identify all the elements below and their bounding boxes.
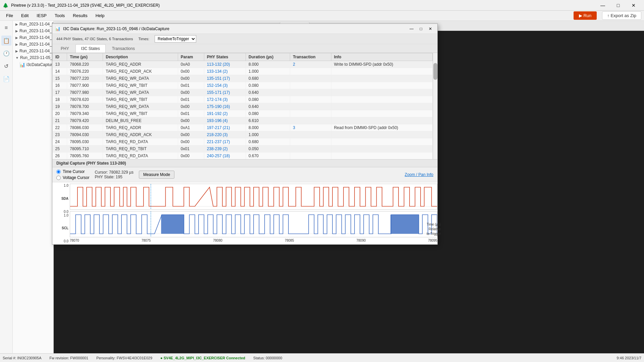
dialog-minimize-button[interactable]: — [407, 25, 416, 33]
left-panel: ≡ 📋 🕐 ↺ 📄 ▶ Run_2023-11-04_0859 ▶ Run_20… [0, 21, 54, 362]
nav-icon-3[interactable]: 🕐 [1, 48, 11, 58]
table-row[interactable]: 1478076.220TARG_REQ_ADDR_ACK0x00133-134 … [54, 68, 433, 75]
tree-item-run2[interactable]: ▶ Run_2023-11-04_0... [13, 27, 53, 34]
menu-edit[interactable]: Edit [18, 12, 32, 19]
link-phy_states[interactable]: 175-190 (16) [207, 104, 230, 109]
menu-file[interactable]: File [3, 12, 16, 19]
zoom-info-link[interactable]: Zoom / Pan Info [405, 172, 433, 177]
cell-info [331, 75, 432, 82]
cell-desc: TARG_REQ_RD_DATA [103, 153, 178, 160]
table-row[interactable]: 2578095.710TARG_REQ_RD_TBIT0x01238-239 (… [54, 145, 433, 153]
dialog-tab-i3c[interactable]: I3C States [75, 44, 106, 53]
cell-duration: 0.640 [246, 89, 290, 96]
link-phy_states[interactable]: 133-134 (2) [207, 69, 228, 74]
link-phy_states[interactable]: 193-196 (4) [207, 118, 228, 123]
dialog-titlebar-left: 📊 I3C Data Capture: Run_2023-11-05_0946 … [55, 26, 169, 31]
link-transaction[interactable]: 2 [293, 62, 295, 67]
cell-time: 78095.710 [67, 145, 103, 153]
menu-iesp[interactable]: IESP [33, 12, 50, 19]
nav-icon-5[interactable]: 📄 [1, 74, 11, 84]
dialog-maximize-button[interactable]: □ [417, 25, 425, 33]
table-row[interactable]: 1778077.980TARG_REQ_WR_DATA0x00155-171 (… [54, 89, 433, 96]
time-cursor-radio[interactable] [56, 170, 61, 174]
table-row[interactable]: 2478095.030TARG_REQ_RD_DATA0x00221-237 (… [54, 138, 433, 145]
table-row[interactable]: 1878078.620TARG_REQ_WR_TBIT0x01172-174 (… [54, 96, 433, 103]
window-title: Pinetree (v 23.3.0) - Test_2023-11-04_15… [11, 3, 160, 8]
tree-item-capture[interactable]: 📊 i3cDataCapture [13, 61, 53, 68]
cell-time: 78078.700 [67, 103, 103, 110]
cell-id: 15 [54, 75, 67, 82]
link-transaction[interactable]: 3 [293, 125, 295, 130]
tree-item-run5[interactable]: ▶ Run_2023-11-04_1... [13, 48, 53, 54]
table-row[interactable]: 2678095.760TARG_REQ_RD_DATA0x00240-257 (… [54, 153, 433, 160]
table-row[interactable]: 2278086.030TARG_REQ_ADDR0xA1197-217 (21)… [54, 124, 433, 131]
minimize-button[interactable]: — [595, 0, 610, 11]
cell-transaction [290, 82, 331, 89]
cell-id: 14 [54, 68, 67, 75]
nav-icon-4[interactable]: ↺ [1, 61, 11, 71]
dialog-close-button[interactable]: ✕ [426, 25, 435, 33]
table-row[interactable]: 1978078.700TARG_REQ_WR_DATA0x00175-190 (… [54, 103, 433, 110]
dialog-tabs: PHY I3C States Transactions [54, 44, 437, 53]
nav-icon-2[interactable]: 📋 [1, 36, 11, 46]
link-phy_states[interactable]: 191-192 (2) [207, 111, 228, 116]
link-phy_states[interactable]: 221-237 (17) [207, 139, 230, 144]
times-select[interactable]: RelativeToTrigger Absolute [155, 35, 196, 43]
link-phy_states[interactable]: 155-171 (17) [207, 90, 230, 95]
dialog-titlebar: 📊 I3C Data Capture: Run_2023-11-05_0946 … [54, 24, 437, 34]
link-phy_states[interactable]: 238-239 (2) [207, 146, 228, 151]
menu-results[interactable]: Results [69, 12, 91, 19]
close-button[interactable]: ✕ [626, 0, 641, 11]
link-phy_states[interactable]: 152-154 (3) [207, 83, 228, 88]
table-row[interactable]: 1378068.220TARG_REQ_ADDR0xA0113-132 (20)… [54, 61, 433, 68]
cell-param: 0x00 [178, 131, 204, 138]
table-row[interactable]: 2378094.030TARG_REQ_ADDR_ACK0x00218-220 … [54, 131, 433, 138]
tree-item-run1[interactable]: ▶ Run_2023-11-04_0859 [13, 21, 53, 27]
tree-item-run4[interactable]: ▶ Run_2023-11-04_1... [13, 41, 53, 48]
table-row[interactable]: 2178079.420DELIM_BUS_FREE0x00193-196 (4)… [54, 117, 433, 124]
measure-button[interactable]: Measure Mode [139, 171, 174, 179]
cell-param: 0x00 [178, 103, 204, 110]
cell-desc: TARG_REQ_ADDR [103, 61, 178, 68]
table-row[interactable]: 1678077.900TARG_REQ_WR_TBIT0x01152-154 (… [54, 82, 433, 89]
cell-time: 78094.030 [67, 131, 103, 138]
link-phy_states[interactable]: 172-174 (3) [207, 97, 228, 102]
menu-items: File Edit IESP Tools Results Help [3, 12, 108, 19]
link-phy_states[interactable]: 197-217 (21) [207, 125, 230, 130]
scrollbar-thumb[interactable] [433, 63, 437, 80]
export-button[interactable]: ↑ Export as Zip [602, 11, 641, 20]
scl-label-mid: SCL [62, 226, 68, 230]
voltage-cursor-label[interactable]: Voltage Cursor [56, 175, 89, 180]
waveform-area: 1.0 SDA 0.0 1.0 SCL 0.0 [54, 182, 437, 244]
tree-item-label: Run_2023-11-05_0... [20, 55, 53, 60]
tree-panel: ▶ Run_2023-11-04_0859 ▶ Run_2023-11-04_0… [13, 21, 53, 362]
menu-help[interactable]: Help [92, 12, 108, 19]
menu-tools[interactable]: Tools [51, 12, 68, 19]
cell-time: 78076.220 [67, 68, 103, 75]
voltage-cursor-radio[interactable] [56, 176, 61, 180]
link-phy_states[interactable]: 135-151 (17) [207, 76, 230, 81]
link-phy_states[interactable]: 240-257 (18) [207, 154, 230, 158]
link-phy_states[interactable]: 218-220 (3) [207, 132, 228, 137]
run-button[interactable]: ▶ Run [574, 11, 597, 20]
table-scroll[interactable]: ID Time (µs) Description Param PHY State… [54, 53, 433, 159]
maximize-button[interactable]: □ [610, 0, 626, 11]
cell-param: 0x00 [178, 117, 204, 124]
dialog-tab-transactions[interactable]: Transactions [106, 44, 141, 53]
table-row[interactable]: 2078079.340TARG_REQ_WR_TBIT0x01191-192 (… [54, 110, 433, 117]
dialog-tab-phy[interactable]: PHY [55, 44, 75, 53]
nav-icon-1[interactable]: ≡ [1, 23, 11, 33]
cell-desc: TARG_REQ_RD_DATA [103, 138, 178, 145]
table-row[interactable]: 1578077.220TARG_REQ_WR_DATA0x00135-151 (… [54, 75, 433, 82]
scl-labels: 1.0 SCL 0.0 [54, 214, 70, 243]
cell-desc: DELIM_BUS_FREE [103, 117, 178, 124]
cell-info [331, 117, 432, 124]
cell-id: 19 [54, 103, 67, 110]
cell-info [331, 110, 432, 117]
link-phy_states[interactable]: 113-132 (20) [207, 62, 230, 67]
tree-item-run6[interactable]: ▼ Run_2023-11-05_0... [13, 54, 53, 61]
time-cursor-label[interactable]: Time Cursor [56, 169, 89, 174]
table-scrollbar[interactable] [433, 53, 437, 159]
tree-item-run3[interactable]: ▶ Run_2023-11-04_1... [13, 34, 53, 41]
sda-label-top: 1.0 [64, 184, 68, 187]
